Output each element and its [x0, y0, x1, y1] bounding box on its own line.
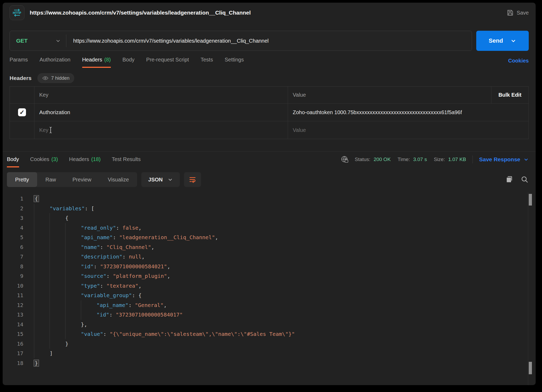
svg-text:HTTP: HTTP [13, 11, 21, 15]
response-tab-body[interactable]: Body [7, 156, 19, 167]
code-token: ] [50, 350, 53, 357]
code-token: : [94, 263, 100, 270]
network-globe-icon[interactable] [340, 155, 349, 164]
code-token: , [164, 302, 167, 308]
indent-guide [65, 291, 81, 300]
response-tab-test-results[interactable]: Test Results [112, 156, 141, 167]
value-placeholder[interactable]: Value [293, 127, 306, 133]
indent-guide [65, 281, 81, 291]
method-select[interactable]: GET [10, 38, 66, 44]
indent-guide [34, 252, 50, 262]
code-line: 14}, [3, 320, 536, 329]
response-tool-icons [505, 172, 529, 187]
tab-tests[interactable]: Tests [200, 57, 213, 68]
time-label: Time: [397, 157, 410, 162]
value-column-header: Value [288, 87, 491, 103]
chevron-down-icon[interactable] [510, 38, 516, 44]
indent-guide [50, 233, 65, 242]
code-token: "value" [81, 331, 103, 337]
tab-params[interactable]: Params [10, 57, 28, 68]
indent-guide [65, 271, 81, 281]
tab-label: Params [10, 57, 28, 63]
code-line: 8"id": "3723071000000584021", [3, 262, 536, 271]
request-tabs-row: ParamsAuthorizationHeaders(8)BodyPre-req… [3, 57, 536, 68]
code-token: , [142, 253, 145, 260]
code-token: : [103, 331, 110, 337]
send-button[interactable]: Send [476, 31, 529, 51]
tab-count: (3) [51, 156, 58, 162]
indent-guide [65, 242, 81, 252]
code-token: } [34, 360, 39, 366]
code-lines: 1{2"variables": [3{4"read_only": false,5… [3, 194, 536, 368]
line-number: 13 [3, 310, 23, 320]
code-line: 12"api_name": "General", [3, 300, 536, 310]
code-line: 16} [3, 339, 536, 349]
line-number: 5 [3, 233, 23, 242]
url-input[interactable]: https://www.zohoapis.com/crm/v7/settings… [66, 38, 269, 44]
indent-guide [34, 271, 50, 281]
code-line: 6"name": "Cliq_Channel", [3, 242, 536, 252]
save-button[interactable]: Save [506, 9, 529, 16]
code-token: , [151, 244, 154, 250]
row-checkbox[interactable]: ✓ [18, 108, 26, 116]
scrollbar-thumb[interactable] [529, 194, 532, 206]
indent-guide [65, 252, 81, 262]
header-key-field[interactable]: Authorization [34, 104, 288, 121]
tab-settings[interactable]: Settings [225, 57, 244, 68]
code-line: 2"variables": [ [3, 204, 536, 213]
view-tab-pretty[interactable]: Pretty [7, 172, 37, 187]
format-select[interactable]: JSON [141, 172, 180, 187]
response-tab-cookies[interactable]: Cookies(3) [30, 156, 58, 167]
tab-headers[interactable]: Headers(8) [82, 57, 111, 68]
view-tab-visualize[interactable]: Visualize [99, 172, 137, 187]
headers-heading: Headers [10, 75, 32, 81]
hidden-headers-toggle[interactable]: 7 hidden [37, 73, 74, 83]
method-label: GET [16, 38, 28, 44]
headers-table: Key Value Bulk Edit ✓ Authorization Zoho… [10, 86, 529, 139]
code-token: "id" [81, 263, 94, 270]
response-section: BodyCookies(3)Headers(18)Test Results St… [3, 151, 536, 385]
wrap-lines-button[interactable] [184, 172, 201, 187]
indent-guide [65, 300, 81, 310]
code-token: : [100, 244, 106, 250]
line-number: 3 [3, 213, 23, 223]
header-value-field[interactable]: Zoho-oauthtoken 1000.75bxxxxxxxxxxxxxxxx… [288, 104, 528, 121]
code-token: null [129, 253, 142, 260]
line-number: 15 [3, 329, 23, 339]
copy-icon[interactable] [505, 176, 513, 184]
bulk-edit-button[interactable]: Bulk Edit [491, 87, 528, 103]
code-line: 17] [3, 349, 536, 358]
tab-label: Authorization [40, 57, 71, 63]
response-tab-headers[interactable]: Headers(18) [69, 156, 100, 167]
indent-guide [34, 213, 50, 223]
save-response-button[interactable]: Save Response [479, 156, 529, 163]
tab-label: Body [7, 156, 19, 162]
tab-pre-request-script[interactable]: Pre-request Script [146, 57, 189, 68]
request-title: https://www.zohoapis.com/crm/v7/settings… [30, 10, 251, 16]
indent-guide [50, 310, 65, 320]
line-number: 10 [3, 281, 23, 291]
indent-guide [50, 300, 65, 310]
search-icon[interactable] [521, 176, 529, 184]
response-tabs: BodyCookies(3)Headers(18)Test Results [7, 153, 141, 167]
code-token: "description" [81, 253, 123, 260]
code-token: "variables" [50, 205, 85, 212]
tab-authorization[interactable]: Authorization [40, 57, 71, 68]
response-meta: Status: 200 OK Time: 3.07 s Size: 1.07 K… [340, 155, 529, 167]
scrollbar-thumb[interactable] [529, 362, 532, 374]
tab-body[interactable]: Body [123, 57, 135, 68]
request-url-row: GET https://www.zohoapis.com/crm/v7/sett… [3, 31, 536, 51]
code-token: : [128, 302, 135, 308]
select-column-header [10, 87, 34, 103]
tab-label: Headers [69, 156, 89, 162]
key-placeholder[interactable]: Key [39, 127, 48, 133]
request-tabs: ParamsAuthorizationHeaders(8)BodyPre-req… [10, 57, 244, 68]
view-tab-raw[interactable]: Raw [37, 172, 64, 187]
code-token: "platform_plugin" [113, 273, 167, 279]
status-value: 200 OK [374, 157, 391, 162]
view-tab-preview[interactable]: Preview [64, 172, 99, 187]
indent-guide [81, 300, 97, 310]
cookies-link[interactable]: Cookies [508, 58, 529, 68]
code-token: "3723071000000584017" [116, 311, 183, 318]
line-number: 14 [3, 320, 23, 329]
